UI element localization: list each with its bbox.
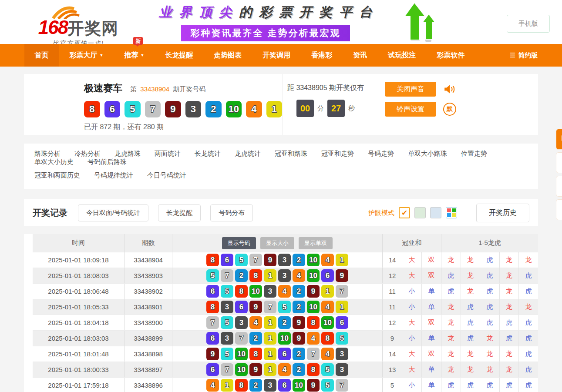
nav-item-10[interactable]: 彩票软件 — [426, 44, 475, 67]
chevron-down-icon: ▼ — [140, 53, 144, 57]
cell-time: 2025-01-01 18:05:33 — [33, 299, 124, 315]
quick-link[interactable]: 两面统计 — [155, 150, 181, 158]
banner-char: 业 — [159, 3, 172, 21]
side-widget-3[interactable]: 反 — [556, 176, 562, 197]
cell-dragon-5: 虎 — [518, 315, 538, 330]
cell-dragon-5: 虎 — [518, 362, 538, 377]
side-widget-4[interactable]: A — [556, 199, 562, 220]
cell-balls: 57281341069 — [172, 268, 382, 283]
theme-swatch-green[interactable] — [414, 207, 426, 218]
seconds-label: 秒 — [348, 104, 355, 113]
quick-link[interactable]: 长龙统计 — [195, 150, 221, 158]
quick-link[interactable]: 位置走势 — [461, 150, 487, 158]
theme-swatch-blue[interactable] — [430, 207, 441, 218]
quick-link[interactable]: 单双大小历史 — [34, 158, 74, 166]
ball-8: 8 — [249, 348, 262, 360]
nav-item-2[interactable]: 彩票大厅▼ — [59, 44, 114, 67]
records-button[interactable]: 号码分布 — [210, 204, 253, 221]
cell-dragon-1: 虎 — [441, 378, 461, 392]
nav-item-8[interactable]: 资讯 — [343, 44, 377, 67]
growth-arrows-icon — [394, 2, 442, 43]
quick-link[interactable]: 冠亚和走势 — [321, 150, 354, 158]
ball-3: 3 — [185, 101, 202, 117]
game-name: 极速赛车 — [84, 83, 122, 94]
cell-balls: 95108162743 — [172, 346, 382, 362]
mobile-version-button[interactable]: 手机版 — [507, 15, 550, 33]
eye-mode-checkbox[interactable]: ✔ — [399, 207, 410, 218]
countdown-prefix: 距 — [287, 84, 294, 91]
cell-size: 大 — [402, 362, 421, 377]
speaker-icon[interactable] — [443, 84, 456, 95]
records-button[interactable]: 今日双面/号码统计 — [78, 204, 148, 221]
nav-item-label: 推荐 — [124, 51, 138, 60]
ball-7: 7 — [264, 301, 276, 313]
banner-title: 业界顶尖的彩票开奖平台 — [135, 3, 396, 21]
quick-link[interactable]: 号码走势 — [368, 150, 394, 158]
quick-link[interactable]: 路珠分析 — [34, 150, 61, 158]
cell-parity: 双 — [421, 268, 441, 283]
cell-dragon-2: 龙 — [461, 346, 480, 362]
cell-dragon-5: 虎 — [518, 331, 538, 346]
ringtone-settings-button[interactable]: 铃声设置 — [385, 102, 436, 117]
nav-item-1[interactable]: 首页 — [24, 44, 59, 67]
ball-4: 4 — [321, 254, 334, 266]
ball-8: 8 — [206, 254, 219, 266]
quick-link[interactable]: 冠亚和两面历史 — [34, 171, 80, 180]
toggle-显示单双[interactable]: 显示单双 — [299, 237, 333, 249]
quick-link[interactable]: 号码规律统计 — [94, 171, 133, 180]
issue-prefix: 第 — [130, 85, 137, 93]
ball-6: 6 — [221, 254, 233, 266]
table-row: 2025-01-01 18:09:18334389048657932104114… — [33, 252, 538, 268]
ball-4: 4 — [278, 285, 291, 298]
quick-link[interactable]: 龙虎统计 — [235, 150, 261, 158]
site-logo[interactable]: 168开奖网 比官方更快一步! — [35, 4, 122, 47]
draw-history-button[interactable]: 开奖历史 — [476, 204, 529, 222]
ball-1: 1 — [264, 316, 276, 329]
side-widget-1[interactable] — [556, 129, 562, 150]
ball-1: 1 — [336, 301, 348, 313]
ball-6: 6 — [206, 285, 219, 298]
ball-10: 10 — [226, 101, 242, 117]
quick-link[interactable]: 号码前后路珠 — [87, 158, 127, 166]
quick-link[interactable]: 冠亚和路珠 — [275, 150, 307, 158]
ball-1: 1 — [266, 101, 283, 117]
quick-link[interactable]: 今日号码统计 — [147, 171, 186, 180]
col-dragon-header: 1-5龙虎 — [441, 234, 538, 252]
simple-version-link[interactable]: ☰简约版 — [510, 44, 538, 67]
nav-item-7[interactable]: 香港彩 — [301, 44, 343, 67]
theme-swatch-multicolor[interactable] — [446, 207, 457, 218]
banner-char: 台 — [359, 3, 372, 21]
ball-8: 8 — [235, 285, 248, 298]
nav-item-3[interactable]: 推荐▼新 — [114, 44, 155, 67]
quick-link[interactable]: 单双大小路珠 — [408, 150, 447, 158]
nav-item-4[interactable]: 长龙提醒 — [155, 44, 203, 67]
logo-text: 开奖网 — [67, 19, 118, 37]
ball-5: 5 — [221, 316, 233, 329]
quick-link[interactable]: 龙虎路珠 — [114, 150, 141, 158]
next-issue: 33438905 — [296, 84, 327, 91]
ball-5: 5 — [125, 101, 141, 117]
nav-item-6[interactable]: 开奖调用 — [252, 44, 301, 67]
nav-item-9[interactable]: 试玩投注 — [377, 44, 426, 67]
cell-dragon-3: 龙 — [480, 362, 499, 377]
ball-4: 4 — [278, 363, 291, 376]
banner: 业界顶尖的彩票开奖平台 彩种资讯最齐全 走势分析最宏观 — [135, 3, 396, 41]
ball-9: 9 — [249, 301, 262, 313]
ball-9: 9 — [206, 348, 219, 360]
toggle-显示号码[interactable]: 显示号码 — [222, 237, 256, 249]
nav-item-5[interactable]: 走势图表 — [203, 44, 252, 67]
cell-dragon-5: 龙 — [518, 299, 538, 315]
side-widget-2[interactable]: 客 — [556, 152, 562, 173]
default-ringtone-badge[interactable]: 默 — [443, 103, 456, 116]
ball-2: 2 — [293, 348, 305, 360]
quick-link[interactable]: 冷热分析 — [74, 150, 101, 158]
page: 168开奖网 比官方更快一步! 业界顶尖的彩票开奖平台 彩种资讯最齐全 走势分析… — [0, 0, 562, 392]
ball-3: 3 — [278, 254, 291, 266]
mute-sound-button[interactable]: 关闭声音 — [385, 82, 436, 97]
cell-dragon-1: 龙 — [441, 331, 461, 346]
cell-dragon-3: 虎 — [480, 252, 499, 268]
cell-balls: 83697521041 — [172, 299, 382, 315]
records-button[interactable]: 长龙提醒 — [158, 204, 201, 221]
toggle-显示大小[interactable]: 显示大小 — [260, 237, 294, 249]
ball-2: 2 — [293, 285, 305, 298]
